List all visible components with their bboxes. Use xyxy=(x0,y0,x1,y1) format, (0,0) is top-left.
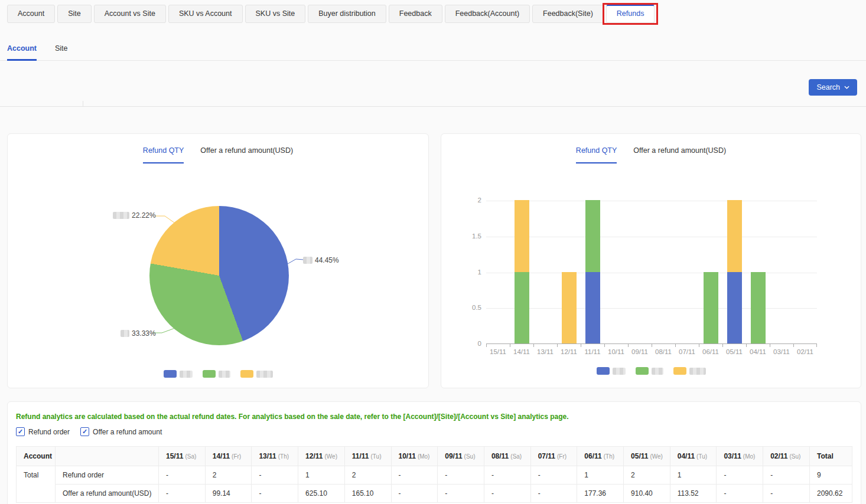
legend-item[interactable] xyxy=(164,370,193,378)
checkbox-offer-a-refund-amount[interactable]: ✓Offer a refund amount xyxy=(80,427,162,436)
x-axis-tick xyxy=(699,344,699,347)
refund-qty-bar-panel: Refund QTYOffer a refund amount(USD) 00.… xyxy=(441,133,861,388)
top-tab-buyer-distribution[interactable]: Buyer distribution xyxy=(308,5,386,23)
table-cell: - xyxy=(391,485,438,503)
legend-item[interactable] xyxy=(203,370,230,378)
table-cell: - xyxy=(763,466,810,485)
checkbox-checked-icon[interactable]: ✓ xyxy=(16,427,25,436)
x-axis-tick-label: 12/11 xyxy=(557,348,581,355)
table-cell: - xyxy=(438,485,484,503)
y-gridline xyxy=(486,273,817,273)
filter-area-divider xyxy=(0,106,866,107)
top-tab-feedback-account-[interactable]: Feedback(Account) xyxy=(445,5,530,23)
table-cell: 177.36 xyxy=(577,485,624,503)
bar-segment xyxy=(751,272,766,344)
bar-segment xyxy=(515,200,529,272)
table-cell: - xyxy=(484,466,530,485)
header-day-of-week: (Fr) xyxy=(232,453,241,460)
pie-slice-percent: 44.45% xyxy=(315,256,339,264)
table-cell: 625.10 xyxy=(298,485,345,503)
bar-stack-05-11[interactable] xyxy=(727,200,742,343)
y-axis-tick-label: 1.5 xyxy=(448,233,481,240)
table-header-date: 09/11(Su) xyxy=(438,447,484,466)
sub-tab-site[interactable]: Site xyxy=(55,40,68,61)
refunds-analytics-page: AccountSiteAccount vs SiteSKU vs Account… xyxy=(0,0,866,504)
x-axis-tick-label: 04/11 xyxy=(746,348,770,355)
chart-tab-refund-qty[interactable]: Refund QTY xyxy=(143,146,184,163)
legend-item[interactable] xyxy=(240,370,273,378)
top-tab-refunds[interactable]: Refunds xyxy=(606,5,655,23)
legend-color-swatch xyxy=(164,370,177,378)
table-header-date: 07/11(Fr) xyxy=(530,447,577,466)
x-axis-tick xyxy=(581,344,581,347)
x-axis-tick-label: 15/11 xyxy=(486,348,510,355)
header-date: 05/11 xyxy=(631,452,648,460)
x-axis-tick xyxy=(816,344,817,347)
pie-slice-label: 33.33% xyxy=(121,329,156,338)
header-date: 03/11 xyxy=(724,452,741,460)
chart-tab-refund-qty[interactable]: Refund QTY xyxy=(576,146,617,163)
table-cell: - xyxy=(438,466,484,485)
checkbox-refund-order[interactable]: ✓Refund order xyxy=(16,427,70,436)
bar-stack-12-11[interactable] xyxy=(562,272,577,344)
bar-stack-06-11[interactable] xyxy=(704,272,718,344)
pie-slice-percent: 33.33% xyxy=(132,329,156,338)
table-total-cell: 2090.62 xyxy=(810,485,852,503)
search-button[interactable]: Search xyxy=(809,79,857,96)
top-tab-sku-vs-site[interactable]: SKU vs Site xyxy=(245,5,306,23)
x-axis-tick-label: 07/11 xyxy=(675,348,699,355)
checkbox-label: Refund order xyxy=(28,428,70,436)
refund-summary-table: Account15/11(Sa)14/11(Fr)13/11(Th)12/11(… xyxy=(16,446,852,503)
legend-item[interactable] xyxy=(673,367,706,375)
table-total-cell: 9 xyxy=(810,466,852,485)
table-header-total: Total xyxy=(810,447,852,466)
legend-item[interactable] xyxy=(597,367,626,375)
account-header-label: Account xyxy=(24,452,52,460)
header-day-of-week: (Mo) xyxy=(743,453,756,460)
top-tab-feedback[interactable]: Feedback xyxy=(389,5,442,23)
bar-stack-04-11[interactable] xyxy=(751,272,766,344)
x-axis-tick xyxy=(770,344,770,347)
header-day-of-week: (Sa) xyxy=(510,453,522,460)
sub-tab-account[interactable]: Account xyxy=(7,40,37,61)
top-tab-site[interactable]: Site xyxy=(57,5,92,23)
redacted-legend-label xyxy=(256,371,273,378)
table-cell: - xyxy=(530,485,577,503)
checkbox-checked-icon[interactable]: ✓ xyxy=(80,427,89,436)
bar-stack-14-11[interactable] xyxy=(515,200,529,343)
table-cell: 2 xyxy=(624,466,670,485)
table-header-date: 14/11(Fr) xyxy=(205,447,252,466)
top-tab-account[interactable]: Account xyxy=(7,5,55,23)
table-header-date: 12/11(We) xyxy=(298,447,345,466)
table-cell: 910.40 xyxy=(624,485,670,503)
refund-qty-bar-chart[interactable]: 00.511.5215/1114/1113/1112/1111/1110/110… xyxy=(486,201,817,344)
y-gridline xyxy=(486,308,817,309)
pie-slice-label: 44.45% xyxy=(303,256,339,264)
table-cell: - xyxy=(159,485,206,503)
table-header-date: 15/11(Sa) xyxy=(159,447,206,466)
metric-label: Offer a refund amount(USD) xyxy=(56,485,159,503)
x-axis-tick xyxy=(628,344,629,347)
header-date: 11/11 xyxy=(352,452,369,460)
y-axis-tick-label: 2 xyxy=(448,197,481,204)
chart-tab-offer-a-refund-amount-usd-[interactable]: Offer a refund amount(USD) xyxy=(633,146,726,163)
legend-item[interactable] xyxy=(636,367,663,375)
x-axis-tick-label: 14/11 xyxy=(510,348,533,355)
chart-tab-offer-a-refund-amount-usd-[interactable]: Offer a refund amount(USD) xyxy=(200,146,293,163)
x-axis-tick-label: 06/11 xyxy=(699,348,722,355)
top-tab-account-vs-site[interactable]: Account vs Site xyxy=(94,5,166,23)
pie-slice-percent: 22.22% xyxy=(132,211,156,220)
redacted-legend-label xyxy=(180,371,193,378)
y-axis-tick-label: 0.5 xyxy=(448,304,481,311)
refund-table-panel: Refund analytics are calculated based on… xyxy=(7,401,861,504)
top-tab-sku-vs-account[interactable]: SKU vs Account xyxy=(168,5,243,23)
bar-stack-11-11[interactable] xyxy=(585,200,600,343)
x-axis-tick xyxy=(722,344,723,347)
header-day-of-week: (Tu) xyxy=(371,453,382,460)
refund-qty-pie-chart[interactable] xyxy=(149,206,289,345)
top-tab-feedback-site-[interactable]: Feedback(Site) xyxy=(532,5,604,23)
table-cell: - xyxy=(391,466,438,485)
y-gridline xyxy=(486,237,817,237)
x-axis-tick-label: 05/11 xyxy=(722,348,746,355)
table-cell: - xyxy=(717,485,763,503)
